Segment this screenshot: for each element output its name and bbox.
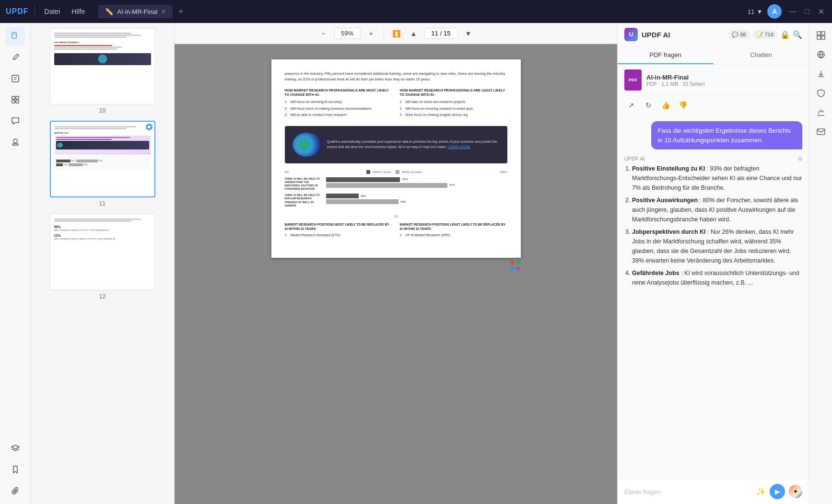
page-first-button[interactable]: ⏫ xyxy=(390,27,403,40)
file-type-icon: PDF xyxy=(624,69,642,91)
close-button[interactable]: ✕ xyxy=(816,5,826,18)
svg-point-10 xyxy=(13,139,17,143)
thumbs-down-button[interactable]: 👎 xyxy=(676,99,690,112)
svg-rect-6 xyxy=(12,96,15,99)
sidebar-icon-bookmark[interactable] xyxy=(6,460,25,479)
thumb-box-12[interactable]: 50% HAVE CONSIDERED TRAINING TO PROTECT … xyxy=(50,214,155,290)
tab-edit-icon: ✏️ xyxy=(105,8,113,15)
sidebar-icon-stamp[interactable] xyxy=(6,132,25,151)
zoom-in-button[interactable]: + xyxy=(364,27,378,40)
banner-link[interactable]: LEARN MORE xyxy=(448,145,470,149)
svg-rect-1 xyxy=(13,34,15,34)
lock-button[interactable]: 🔒 xyxy=(780,30,790,39)
svg-rect-3 xyxy=(12,75,19,82)
page-nav: 11 ▼ xyxy=(748,8,762,15)
pdf-right-item-2: 2 Will focus on ensuring research is act… xyxy=(400,106,507,112)
pdf-chart-section: 0% Within 5 years Within 10 years 10 xyxy=(285,170,507,207)
thumb-box-11[interactable]: ADAPTING TO AI 41% 67% xyxy=(50,121,155,197)
minimize-button[interactable]: — xyxy=(786,5,798,18)
comment-icon: 💬 xyxy=(732,32,738,38)
legend-1: Within 5 years xyxy=(366,170,391,174)
dot-3 xyxy=(510,266,515,271)
tab-chat[interactable]: Chatten xyxy=(714,46,809,64)
ai-question-input[interactable] xyxy=(624,488,752,495)
svg-rect-14 xyxy=(817,36,820,39)
thumbs-up-button[interactable]: 👍 xyxy=(659,99,672,112)
ai-actions-row: ↗ ↻ 👍 👎 xyxy=(618,96,809,115)
edge-extract-icon[interactable] xyxy=(812,65,830,82)
refresh-button[interactable]: ↻ xyxy=(642,99,655,112)
sidebar-icon-pages[interactable] xyxy=(6,27,25,46)
svg-rect-8 xyxy=(12,100,15,103)
thumbnail-12[interactable]: 50% HAVE CONSIDERED TRAINING TO PROTECT … xyxy=(35,214,169,300)
bar-fill-2a xyxy=(326,194,359,198)
sidebar-bottom xyxy=(6,439,25,500)
share-button[interactable]: ↗ xyxy=(624,99,638,112)
thumbnail-10[interactable]: HOW MARKET RESEARCH... 10 xyxy=(35,28,169,114)
sidebar-icon-layers[interactable] xyxy=(6,439,25,458)
zoom-level-display[interactable]: 59% xyxy=(334,28,361,39)
pdf-intro-paragraph: presence in the industry. Fifty percent … xyxy=(285,71,507,82)
sidebar-icon-attach[interactable] xyxy=(6,481,25,500)
bar-val-1a: 41% xyxy=(402,177,408,182)
thumbnail-11[interactable]: ADAPTING TO AI 41% 67% xyxy=(35,121,169,207)
thumb-label-11: 11 xyxy=(99,200,105,207)
bar-val-2a: 18% xyxy=(361,194,366,198)
edge-ocr-icon[interactable] xyxy=(812,27,830,44)
dot-1 xyxy=(510,261,515,265)
ai-file-info: PDF AI-in-MR-Final PDF · 1.1 MB · 15 Sei… xyxy=(618,65,809,96)
user-avatar[interactable]: A xyxy=(767,4,782,19)
page-total-display: 15 xyxy=(444,30,450,37)
thumb-dark-section xyxy=(54,53,151,65)
sidebar-icon-organize[interactable] xyxy=(6,90,25,109)
active-tab[interactable]: ✏️ AI-in-MR-Final ✕ xyxy=(98,5,173,18)
app-logo: UPDF xyxy=(6,7,29,16)
ai-list-item-1: Positive Einstellung zu KI : 93% der bef… xyxy=(632,164,802,193)
pdf-scroll-area[interactable]: presence in the industry. Fifty percent … xyxy=(264,44,528,504)
bar-fill-1b xyxy=(326,183,447,188)
edge-translate-icon[interactable] xyxy=(812,46,830,63)
svg-rect-9 xyxy=(16,100,19,103)
page-prev-button[interactable]: ▲ xyxy=(407,27,421,40)
edge-sign-icon[interactable] xyxy=(812,103,830,121)
magic-wand-icon[interactable]: ✨ xyxy=(756,487,766,496)
zoom-out-button[interactable]: − xyxy=(317,27,330,40)
sidebar-icon-annotate[interactable] xyxy=(6,48,25,67)
chart-row-1: THINK AI WILL BE ABLE TO UNDERSTAND THE … xyxy=(285,177,507,191)
pdf-bottom-left-item: 1 Market Research Assistant (97%) xyxy=(285,233,392,238)
pdf-bottom-right-item: 1 VP of Market Research (99%) xyxy=(400,233,507,238)
search-button[interactable]: 🔍 xyxy=(793,30,802,39)
copy-button[interactable]: ⧉ xyxy=(798,155,802,162)
sidebar-icon-edit[interactable] xyxy=(6,69,25,88)
send-button[interactable]: ▶ xyxy=(770,484,785,499)
legend-label-2: Within 10 years xyxy=(402,170,422,174)
ai-brand-circle[interactable]: ✦ xyxy=(789,485,802,498)
ai-badge-notes: 📝 718 xyxy=(753,30,777,39)
page-next-button[interactable]: ▼ xyxy=(462,27,475,40)
menu-datei[interactable]: Datei xyxy=(41,6,64,17)
tab-container: ✏️ AI-in-MR-Final ✕ xyxy=(98,5,173,18)
pdf-right-item-3: 3 More focus on sharing insights across … xyxy=(400,113,507,118)
edge-mail-icon[interactable] xyxy=(812,123,830,140)
page-number-input[interactable]: 11 xyxy=(432,30,438,37)
tab-ask-pdf[interactable]: PDF fragen xyxy=(618,46,714,64)
page-input[interactable]: 11 / 15 xyxy=(424,28,458,39)
legend-2: Within 10 years xyxy=(396,170,422,174)
menu-hilfe[interactable]: Hilfe xyxy=(68,6,89,17)
ai-list-item-2: Positive Auswirkungen : 80% der Forscher… xyxy=(632,195,802,224)
sidebar-icon-comment[interactable] xyxy=(6,111,25,130)
edge-protect-icon[interactable] xyxy=(812,84,830,102)
svg-rect-0 xyxy=(12,33,16,38)
chart-row1-label: THINK AI WILL BE ABLE TO UNDERSTAND THE … xyxy=(285,177,323,191)
add-tab-button[interactable]: + xyxy=(178,7,184,17)
file-meta: PDF · 1.1 MB · 15 Seiten xyxy=(646,81,802,87)
chart-legend: Within 5 years Within 10 years xyxy=(366,170,422,174)
tab-close-icon[interactable]: ✕ xyxy=(161,8,166,15)
ai-list-item-4: Gefährdete Jobs : KI wird voraussichtlic… xyxy=(632,268,802,287)
ai-sender-name: UPDF AI xyxy=(624,156,645,161)
thumb-box-10[interactable]: HOW MARKET RESEARCH... xyxy=(50,28,155,104)
chart-row1-bar1: 41% xyxy=(326,177,507,182)
maximize-button[interactable]: □ xyxy=(803,5,811,18)
banner-graphic xyxy=(293,133,321,157)
page-nav-arrow[interactable]: ▼ xyxy=(756,8,762,15)
